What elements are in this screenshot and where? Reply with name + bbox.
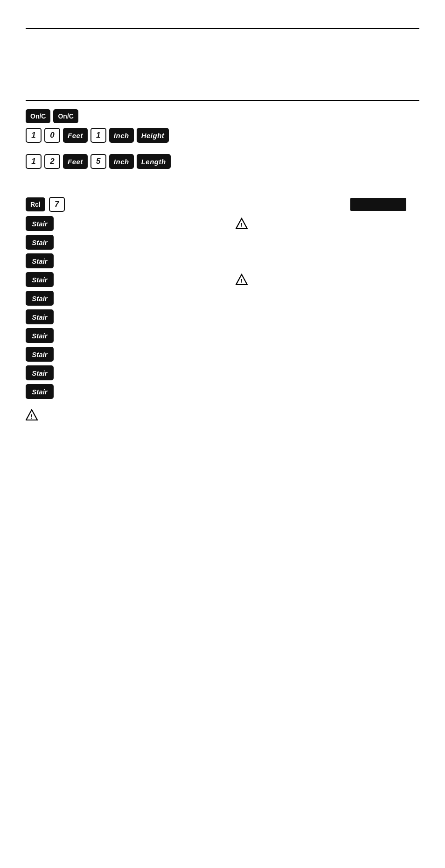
key-num-1c[interactable]: 1	[26, 154, 42, 169]
stair-list: Stair ! Stair Stair Stair !	[26, 215, 419, 400]
bottom-warn-icon: !	[26, 409, 38, 421]
length-row: 1 2 Feet 5 Inch Length	[26, 154, 419, 169]
bottom-warning: !	[26, 409, 419, 421]
warn-icon-1: !	[236, 217, 248, 230]
key-num-5[interactable]: 5	[90, 154, 106, 169]
onc-row: On/C On/C	[26, 109, 419, 123]
stair-row-9: Stair	[26, 364, 419, 382]
stair-key-6[interactable]: Stair	[26, 309, 54, 324]
key-inch-1[interactable]: Inch	[109, 128, 134, 143]
key-num-7[interactable]: 7	[49, 197, 65, 212]
stair-row-8: Stair	[26, 345, 419, 363]
svg-text:!: !	[31, 413, 33, 420]
result-display	[350, 198, 406, 211]
svg-text:!: !	[241, 278, 243, 285]
page: On/C On/C 1 0 Feet 1 Inch Height 1 2 Fee…	[0, 0, 445, 868]
stair-row-2: Stair	[26, 233, 419, 251]
stair-key-4[interactable]: Stair	[26, 272, 54, 287]
svg-text:!: !	[241, 222, 243, 229]
text-block-1	[26, 37, 419, 51]
stair-key-5[interactable]: Stair	[26, 291, 54, 306]
stair-key-8[interactable]: Stair	[26, 347, 54, 362]
stair-row-6: Stair	[26, 308, 419, 326]
key-num-0[interactable]: 0	[44, 128, 60, 143]
key-rcl[interactable]: Rcl	[26, 197, 45, 211]
stair-row-7: Stair	[26, 327, 419, 344]
warn-icon-4: !	[236, 273, 248, 286]
key-num-2[interactable]: 2	[44, 154, 60, 169]
key-feet-1[interactable]: Feet	[63, 128, 88, 143]
stair-row-10: Stair	[26, 383, 419, 400]
stair-key-10[interactable]: Stair	[26, 384, 54, 399]
onc-key-2[interactable]: On/C	[53, 109, 78, 123]
stair-row-4: Stair !	[26, 271, 419, 288]
stair-key-1[interactable]: Stair	[26, 216, 54, 231]
key-num-1[interactable]: 1	[26, 128, 42, 143]
height-row: 1 0 Feet 1 Inch Height	[26, 128, 419, 143]
key-inch-2[interactable]: Inch	[109, 154, 134, 169]
stair-key-7[interactable]: Stair	[26, 328, 54, 343]
stair-key-3[interactable]: Stair	[26, 253, 54, 268]
stair-row-5: Stair	[26, 289, 419, 307]
key-height[interactable]: Height	[137, 128, 169, 143]
key-feet-2[interactable]: Feet	[63, 154, 88, 169]
rcl-row: Rcl 7	[26, 197, 419, 212]
onc-key-1[interactable]: On/C	[26, 109, 50, 123]
stair-key-9[interactable]: Stair	[26, 365, 54, 380]
text-block-2	[26, 56, 419, 70]
stair-key-2[interactable]: Stair	[26, 235, 54, 250]
text-block-3	[26, 75, 419, 89]
key-num-1b[interactable]: 1	[90, 128, 106, 143]
key-length[interactable]: Length	[137, 154, 171, 169]
stair-row-1: Stair !	[26, 215, 419, 232]
top-divider	[26, 28, 419, 29]
section-divider	[26, 100, 419, 101]
stair-row-3: Stair	[26, 252, 419, 270]
bottom-warn-text	[42, 409, 43, 419]
